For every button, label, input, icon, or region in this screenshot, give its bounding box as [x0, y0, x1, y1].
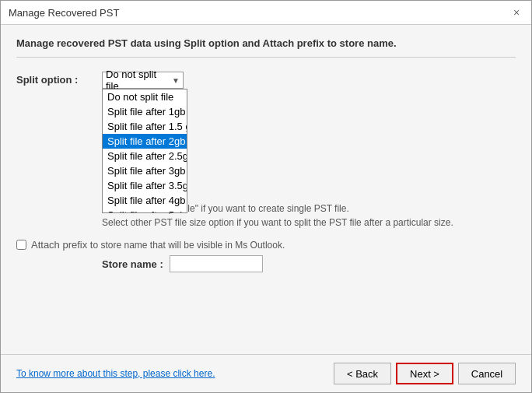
content-area: Manage recovered PST data using Split op…: [1, 25, 531, 354]
dropdown-arrow-icon: ▼: [172, 76, 180, 85]
dropdown-item-0[interactable]: Do not split file: [103, 89, 187, 104]
title-bar: Manage Recovered PST ×: [1, 1, 531, 25]
split-select-display[interactable]: Do not split file ▼: [102, 72, 184, 89]
split-option-label: Split option :: [16, 72, 102, 86]
header-description: Manage recovered PST data using Split op…: [16, 37, 516, 58]
dropdown-item-1[interactable]: Split file after 1gb: [103, 104, 187, 119]
dropdown-item-5[interactable]: Split file after 3gb: [103, 163, 187, 178]
store-name-label: Store name :: [102, 258, 163, 270]
dropdown-item-4[interactable]: Split file after 2.5gb: [103, 149, 187, 163]
store-name-input[interactable]: [170, 255, 263, 272]
next-button[interactable]: Next >: [396, 363, 453, 384]
cancel-button[interactable]: Cancel: [458, 363, 516, 384]
know-more-link[interactable]: To know more about this step, please cli…: [16, 368, 215, 379]
dropdown-item-7[interactable]: Split file after 4gb: [103, 193, 187, 208]
split-dropdown-container: Do not split file ▼ Do not split file Sp…: [102, 72, 184, 89]
dropdown-item-3[interactable]: Split file after 2gb: [103, 134, 187, 149]
attach-prefix-checkbox[interactable]: [16, 240, 26, 250]
window-title: Manage Recovered PST: [9, 7, 119, 19]
attach-prefix-label: Attach prefix to store name that will be…: [31, 239, 285, 251]
dropdown-item-6[interactable]: Split file after 3.5gb: [103, 178, 187, 193]
split-info-line2: Select other PST file size option if you…: [102, 216, 516, 230]
split-option-row: Split option : Do not split file ▼ Do no…: [16, 72, 516, 89]
store-name-row: Store name :: [102, 255, 516, 272]
attach-prefix-row: Attach prefix to store name that will be…: [16, 239, 516, 251]
dropdown-item-2[interactable]: Split file after 1.5 gb: [103, 119, 187, 134]
nav-buttons: < Back Next > Cancel: [334, 363, 516, 384]
back-button[interactable]: < Back: [334, 363, 391, 384]
close-button[interactable]: ×: [509, 5, 523, 19]
split-dropdown-list[interactable]: Do not split file Split file after 1gb S…: [102, 89, 187, 213]
dropdown-item-8[interactable]: Split file after 5gb: [103, 208, 187, 213]
main-window: Manage Recovered PST × Manage recovered …: [0, 0, 532, 393]
bottom-bar: To know more about this step, please cli…: [1, 354, 531, 392]
